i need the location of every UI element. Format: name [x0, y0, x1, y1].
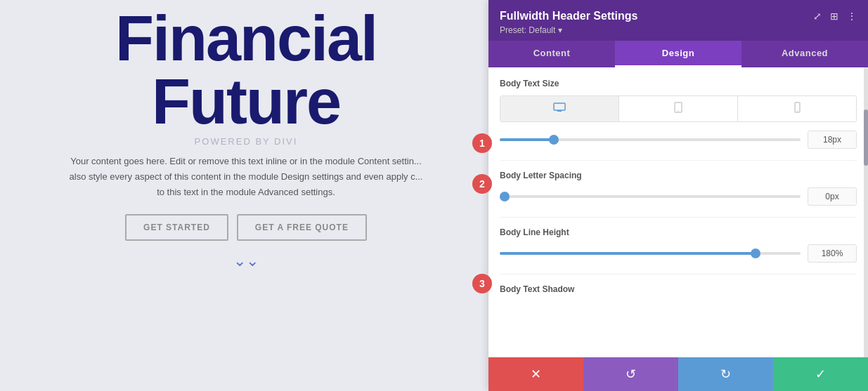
body-text: Your content goes here. Edit or remove t…	[70, 154, 423, 200]
body-letter-spacing-value[interactable]	[808, 187, 857, 206]
badge-1: 1	[472, 133, 492, 153]
svg-point-5	[796, 110, 797, 111]
svg-point-3	[678, 110, 679, 112]
body-letter-spacing-slider-row	[500, 187, 857, 206]
body-letter-spacing-label: Body Letter Spacing	[500, 171, 857, 180]
mobile-device-btn[interactable]	[738, 96, 856, 121]
body-line-height-slider[interactable]	[500, 252, 801, 255]
tablet-device-btn[interactable]	[619, 96, 738, 121]
more-icon[interactable]: ⋮	[847, 11, 857, 22]
badge-3: 3	[472, 274, 492, 293]
device-row	[500, 95, 857, 122]
cancel-button[interactable]: ✕	[488, 357, 583, 391]
body-line-height-slider-row	[500, 244, 857, 263]
body-text-shadow-label: Body Text Shadow	[500, 284, 857, 294]
body-letter-spacing-slider[interactable]	[500, 195, 801, 198]
subtitle: Powered by Divi	[195, 136, 298, 147]
reset-button[interactable]: ↺	[583, 357, 678, 391]
title-line2: Future	[152, 67, 340, 137]
body-line-height-label: Body Line Height	[500, 227, 857, 237]
main-title: Financial Future	[115, 7, 377, 133]
confirm-button[interactable]: ✓	[773, 357, 868, 391]
buttons-row: Get Started Get a Free Quote	[125, 214, 367, 241]
body-text-size-slider[interactable]	[500, 138, 801, 141]
panel-icons: ⤢ ⊞ ⋮	[813, 11, 857, 22]
scroll-down-icon: ⌄⌄	[233, 252, 259, 270]
panel-footer: ✕ ↺ ↻ ✓	[488, 357, 868, 391]
tab-design[interactable]: Design	[615, 41, 741, 67]
panel-scrollbar[interactable]	[864, 67, 868, 357]
tab-content[interactable]: Content	[488, 41, 615, 67]
tab-advanced[interactable]: Advanced	[741, 41, 868, 67]
columns-icon[interactable]: ⊞	[830, 11, 838, 22]
redo-button[interactable]: ↻	[678, 357, 773, 391]
body-line-height-value[interactable]	[808, 244, 857, 263]
scrollbar-thumb[interactable]	[864, 110, 868, 166]
badge-2: 2	[472, 174, 492, 194]
panel-header: Fullwidth Header Settings ⤢ ⊞ ⋮ Preset: …	[488, 0, 868, 41]
get-quote-button[interactable]: Get a Free Quote	[237, 214, 367, 241]
svg-rect-1	[557, 110, 562, 112]
desktop-device-btn[interactable]	[500, 96, 619, 121]
panel-body: Body Text Size Body Letter S	[488, 67, 868, 357]
body-text-size-slider-row	[500, 131, 857, 149]
title-line1: Financial	[115, 4, 377, 74]
panel-header-top: Fullwidth Header Settings ⤢ ⊞ ⋮	[500, 10, 857, 22]
settings-panel: Fullwidth Header Settings ⤢ ⊞ ⋮ Preset: …	[488, 0, 868, 391]
panel-title: Fullwidth Header Settings	[500, 10, 637, 22]
preview-area: Financial Future Powered by Divi Your co…	[0, 0, 492, 391]
body-text-size-value[interactable]	[808, 131, 857, 149]
panel-preset[interactable]: Preset: Default ▾	[500, 25, 857, 35]
body-text-size-label: Body Text Size	[500, 79, 857, 88]
panel-tabs: Content Design Advanced	[488, 41, 868, 67]
expand-icon[interactable]: ⤢	[813, 11, 822, 22]
svg-rect-0	[554, 103, 565, 110]
get-started-button[interactable]: Get Started	[125, 214, 228, 241]
